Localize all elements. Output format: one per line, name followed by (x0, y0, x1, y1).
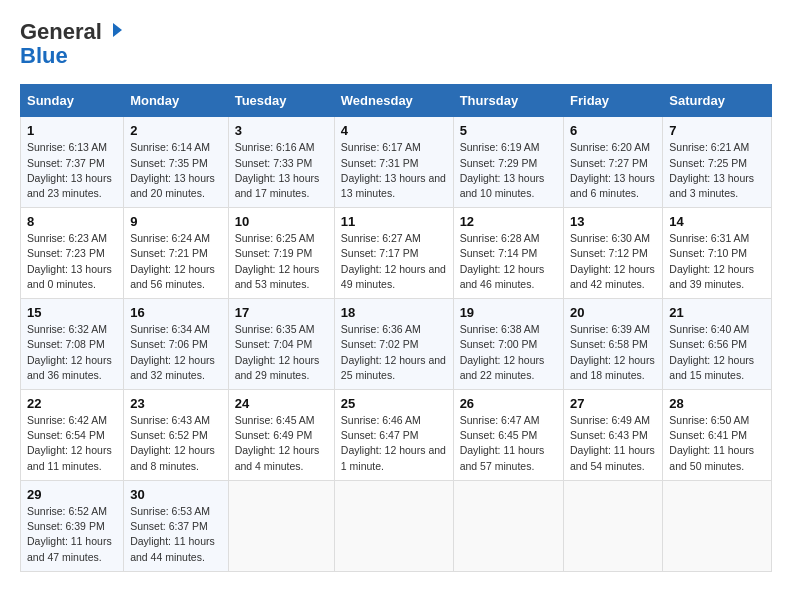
calendar-week-row: 8Sunrise: 6:23 AMSunset: 7:23 PMDaylight… (21, 208, 772, 299)
day-info: Sunrise: 6:16 AMSunset: 7:33 PMDaylight:… (235, 140, 328, 201)
calendar-cell: 24Sunrise: 6:45 AMSunset: 6:49 PMDayligh… (228, 390, 334, 481)
day-info: Sunrise: 6:31 AMSunset: 7:10 PMDaylight:… (669, 231, 765, 292)
day-of-week-header: Friday (564, 85, 663, 117)
calendar-cell: 16Sunrise: 6:34 AMSunset: 7:06 PMDayligh… (124, 299, 229, 390)
calendar-cell: 13Sunrise: 6:30 AMSunset: 7:12 PMDayligh… (564, 208, 663, 299)
calendar-cell: 7Sunrise: 6:21 AMSunset: 7:25 PMDaylight… (663, 117, 772, 208)
day-number: 3 (235, 123, 328, 138)
day-number: 16 (130, 305, 222, 320)
calendar-cell: 20Sunrise: 6:39 AMSunset: 6:58 PMDayligh… (564, 299, 663, 390)
day-info: Sunrise: 6:27 AMSunset: 7:17 PMDaylight:… (341, 231, 447, 292)
day-of-week-header: Thursday (453, 85, 563, 117)
day-number: 25 (341, 396, 447, 411)
calendar-cell: 29Sunrise: 6:52 AMSunset: 6:39 PMDayligh… (21, 480, 124, 571)
logo-general: General (20, 20, 102, 44)
day-number: 6 (570, 123, 656, 138)
logo-bird-icon (104, 21, 122, 39)
day-number: 12 (460, 214, 557, 229)
day-number: 5 (460, 123, 557, 138)
day-info: Sunrise: 6:24 AMSunset: 7:21 PMDaylight:… (130, 231, 222, 292)
calendar-cell: 26Sunrise: 6:47 AMSunset: 6:45 PMDayligh… (453, 390, 563, 481)
calendar-cell: 2Sunrise: 6:14 AMSunset: 7:35 PMDaylight… (124, 117, 229, 208)
calendar-cell: 23Sunrise: 6:43 AMSunset: 6:52 PMDayligh… (124, 390, 229, 481)
day-number: 15 (27, 305, 117, 320)
day-number: 19 (460, 305, 557, 320)
calendar-cell: 15Sunrise: 6:32 AMSunset: 7:08 PMDayligh… (21, 299, 124, 390)
calendar-cell (228, 480, 334, 571)
day-info: Sunrise: 6:46 AMSunset: 6:47 PMDaylight:… (341, 413, 447, 474)
day-number: 2 (130, 123, 222, 138)
day-number: 11 (341, 214, 447, 229)
calendar-cell: 17Sunrise: 6:35 AMSunset: 7:04 PMDayligh… (228, 299, 334, 390)
day-info: Sunrise: 6:42 AMSunset: 6:54 PMDaylight:… (27, 413, 117, 474)
calendar-cell (334, 480, 453, 571)
calendar-cell: 30Sunrise: 6:53 AMSunset: 6:37 PMDayligh… (124, 480, 229, 571)
day-info: Sunrise: 6:28 AMSunset: 7:14 PMDaylight:… (460, 231, 557, 292)
calendar-cell (453, 480, 563, 571)
logo-blue: Blue (20, 44, 68, 68)
day-number: 13 (570, 214, 656, 229)
calendar-cell (663, 480, 772, 571)
day-info: Sunrise: 6:35 AMSunset: 7:04 PMDaylight:… (235, 322, 328, 383)
day-info: Sunrise: 6:30 AMSunset: 7:12 PMDaylight:… (570, 231, 656, 292)
calendar-cell: 4Sunrise: 6:17 AMSunset: 7:31 PMDaylight… (334, 117, 453, 208)
day-number: 4 (341, 123, 447, 138)
day-info: Sunrise: 6:45 AMSunset: 6:49 PMDaylight:… (235, 413, 328, 474)
calendar-header-row: SundayMondayTuesdayWednesdayThursdayFrid… (21, 85, 772, 117)
logo: General Blue (20, 20, 122, 68)
day-info: Sunrise: 6:32 AMSunset: 7:08 PMDaylight:… (27, 322, 117, 383)
calendar-cell: 18Sunrise: 6:36 AMSunset: 7:02 PMDayligh… (334, 299, 453, 390)
day-of-week-header: Wednesday (334, 85, 453, 117)
day-of-week-header: Tuesday (228, 85, 334, 117)
calendar-cell: 5Sunrise: 6:19 AMSunset: 7:29 PMDaylight… (453, 117, 563, 208)
day-number: 10 (235, 214, 328, 229)
calendar-cell (564, 480, 663, 571)
day-info: Sunrise: 6:17 AMSunset: 7:31 PMDaylight:… (341, 140, 447, 201)
day-info: Sunrise: 6:39 AMSunset: 6:58 PMDaylight:… (570, 322, 656, 383)
day-number: 29 (27, 487, 117, 502)
day-number: 21 (669, 305, 765, 320)
day-info: Sunrise: 6:53 AMSunset: 6:37 PMDaylight:… (130, 504, 222, 565)
calendar-cell: 1Sunrise: 6:13 AMSunset: 7:37 PMDaylight… (21, 117, 124, 208)
calendar-week-row: 22Sunrise: 6:42 AMSunset: 6:54 PMDayligh… (21, 390, 772, 481)
day-info: Sunrise: 6:47 AMSunset: 6:45 PMDaylight:… (460, 413, 557, 474)
calendar-cell: 14Sunrise: 6:31 AMSunset: 7:10 PMDayligh… (663, 208, 772, 299)
day-info: Sunrise: 6:43 AMSunset: 6:52 PMDaylight:… (130, 413, 222, 474)
day-number: 22 (27, 396, 117, 411)
calendar-cell: 28Sunrise: 6:50 AMSunset: 6:41 PMDayligh… (663, 390, 772, 481)
day-number: 18 (341, 305, 447, 320)
calendar-cell: 8Sunrise: 6:23 AMSunset: 7:23 PMDaylight… (21, 208, 124, 299)
svg-marker-0 (113, 23, 122, 37)
day-number: 23 (130, 396, 222, 411)
day-number: 17 (235, 305, 328, 320)
calendar-cell: 25Sunrise: 6:46 AMSunset: 6:47 PMDayligh… (334, 390, 453, 481)
day-number: 26 (460, 396, 557, 411)
day-number: 9 (130, 214, 222, 229)
day-info: Sunrise: 6:19 AMSunset: 7:29 PMDaylight:… (460, 140, 557, 201)
day-number: 20 (570, 305, 656, 320)
day-of-week-header: Sunday (21, 85, 124, 117)
calendar-cell: 3Sunrise: 6:16 AMSunset: 7:33 PMDaylight… (228, 117, 334, 208)
calendar-cell: 9Sunrise: 6:24 AMSunset: 7:21 PMDaylight… (124, 208, 229, 299)
day-info: Sunrise: 6:40 AMSunset: 6:56 PMDaylight:… (669, 322, 765, 383)
day-info: Sunrise: 6:49 AMSunset: 6:43 PMDaylight:… (570, 413, 656, 474)
calendar-week-row: 15Sunrise: 6:32 AMSunset: 7:08 PMDayligh… (21, 299, 772, 390)
day-info: Sunrise: 6:36 AMSunset: 7:02 PMDaylight:… (341, 322, 447, 383)
day-of-week-header: Monday (124, 85, 229, 117)
page-header: General Blue (20, 20, 772, 68)
day-number: 28 (669, 396, 765, 411)
calendar-week-row: 1Sunrise: 6:13 AMSunset: 7:37 PMDaylight… (21, 117, 772, 208)
day-info: Sunrise: 6:38 AMSunset: 7:00 PMDaylight:… (460, 322, 557, 383)
day-info: Sunrise: 6:14 AMSunset: 7:35 PMDaylight:… (130, 140, 222, 201)
day-info: Sunrise: 6:50 AMSunset: 6:41 PMDaylight:… (669, 413, 765, 474)
day-info: Sunrise: 6:13 AMSunset: 7:37 PMDaylight:… (27, 140, 117, 201)
calendar-cell: 27Sunrise: 6:49 AMSunset: 6:43 PMDayligh… (564, 390, 663, 481)
day-info: Sunrise: 6:25 AMSunset: 7:19 PMDaylight:… (235, 231, 328, 292)
day-number: 14 (669, 214, 765, 229)
calendar-cell: 6Sunrise: 6:20 AMSunset: 7:27 PMDaylight… (564, 117, 663, 208)
day-number: 1 (27, 123, 117, 138)
day-number: 30 (130, 487, 222, 502)
day-info: Sunrise: 6:21 AMSunset: 7:25 PMDaylight:… (669, 140, 765, 201)
calendar-cell: 19Sunrise: 6:38 AMSunset: 7:00 PMDayligh… (453, 299, 563, 390)
day-number: 8 (27, 214, 117, 229)
